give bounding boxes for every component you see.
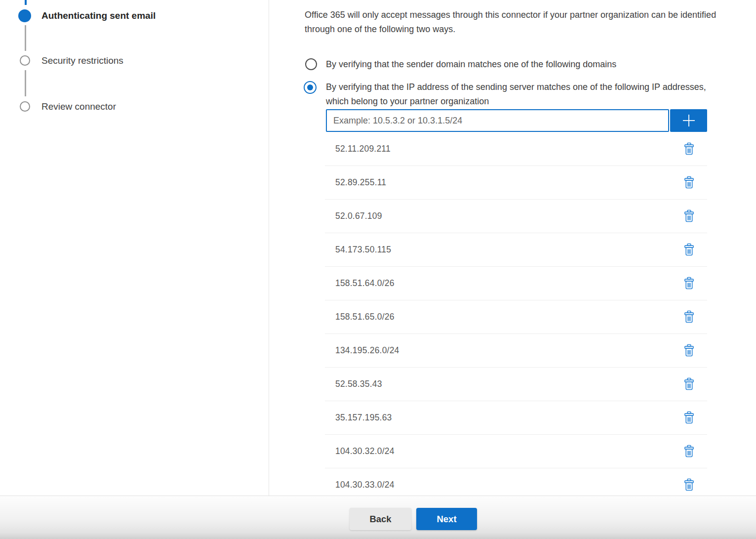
delete-ip-button[interactable] [683, 344, 695, 357]
radio-option-sender-domain[interactable]: By verifying that the sender domain matc… [305, 57, 616, 72]
ip-row: 158.51.64.0/26 [325, 267, 707, 300]
trash-icon [683, 176, 695, 189]
ip-address-value: 158.51.64.0/26 [335, 278, 395, 289]
radio-option-label: By verifying that the IP address of the … [326, 80, 711, 108]
trash-icon [683, 310, 695, 324]
ip-row: 104.30.32.0/24 [325, 435, 707, 468]
ip-row: 104.30.33.0/24 [325, 468, 707, 496]
ip-row: 54.173.50.115 [325, 233, 707, 267]
ip-row: 134.195.26.0/24 [325, 334, 707, 368]
back-button[interactable]: Back [350, 508, 411, 530]
radio-option-label: By verifying that the sender domain matc… [326, 57, 616, 72]
step-review-connector: Review connector [41, 101, 116, 112]
intro-text: Office 365 will only accept messages thr… [305, 8, 747, 37]
ip-row: 35.157.195.63 [325, 401, 707, 435]
trash-icon [683, 344, 695, 357]
trash-icon [683, 377, 695, 391]
ip-row: 52.89.255.11 [325, 166, 707, 200]
ip-address-value: 158.51.65.0/26 [335, 312, 395, 322]
delete-ip-button[interactable] [683, 445, 695, 458]
delete-ip-button[interactable] [683, 377, 695, 391]
ip-address-value: 104.30.33.0/24 [335, 480, 395, 490]
ip-address-value: 35.157.195.63 [335, 413, 392, 423]
radio-option-ip-address[interactable]: By verifying that the IP address of the … [304, 80, 711, 108]
trash-icon [683, 142, 695, 156]
delete-ip-button[interactable] [683, 243, 695, 256]
wizard-content-panel: Office 365 will only accept messages thr… [270, 0, 756, 496]
step-connector-line [25, 70, 26, 96]
step-connector-line [25, 25, 26, 51]
ip-row: 52.0.67.109 [325, 200, 707, 233]
delete-ip-button[interactable] [683, 142, 695, 156]
trash-icon [683, 411, 695, 424]
step-active-dot-icon [18, 9, 31, 22]
step-authenticating-sent-email: Authenticating sent email [41, 10, 156, 21]
delete-ip-button[interactable] [683, 411, 695, 424]
ip-row: 52.58.35.43 [325, 368, 707, 401]
ip-row: 158.51.65.0/26 [325, 300, 707, 334]
step-security-restrictions: Security restrictions [41, 55, 123, 66]
add-ip-button[interactable] [670, 109, 707, 132]
trash-icon [683, 277, 695, 290]
ip-address-value: 104.30.32.0/24 [335, 446, 395, 456]
step-connector-line-completed [25, 0, 27, 5]
radio-selected-icon[interactable] [304, 81, 317, 94]
delete-ip-button[interactable] [683, 310, 695, 324]
plus-icon [681, 113, 696, 128]
delete-ip-button[interactable] [683, 209, 695, 223]
step-pending-circle-icon [20, 55, 30, 66]
radio-unselected-icon[interactable] [305, 58, 317, 70]
delete-ip-button[interactable] [683, 277, 695, 290]
ip-address-list: 52.11.209.211 52.89.255.11 [325, 132, 707, 496]
ip-address-value: 134.195.26.0/24 [335, 345, 399, 356]
ip-address-value: 52.89.255.11 [335, 177, 386, 188]
wizard-footer: Back Next [0, 496, 756, 539]
delete-ip-button[interactable] [683, 176, 695, 189]
trash-icon [683, 445, 695, 458]
ip-address-value: 54.173.50.115 [335, 245, 391, 255]
trash-icon [683, 478, 695, 492]
trash-icon [683, 209, 695, 223]
step-pending-circle-icon [20, 101, 30, 112]
ip-address-value: 52.11.209.211 [335, 144, 391, 154]
ip-address-input[interactable] [326, 109, 669, 132]
ip-address-value: 52.0.67.109 [335, 211, 382, 221]
trash-icon [683, 243, 695, 256]
delete-ip-button[interactable] [683, 478, 695, 492]
ip-row: 52.11.209.211 [325, 132, 707, 166]
wizard-steps-sidebar: Authenticating sent email Security restr… [0, 0, 269, 496]
next-button[interactable]: Next [416, 508, 477, 530]
ip-entry-row [326, 109, 707, 132]
ip-address-value: 52.58.35.43 [335, 379, 382, 389]
